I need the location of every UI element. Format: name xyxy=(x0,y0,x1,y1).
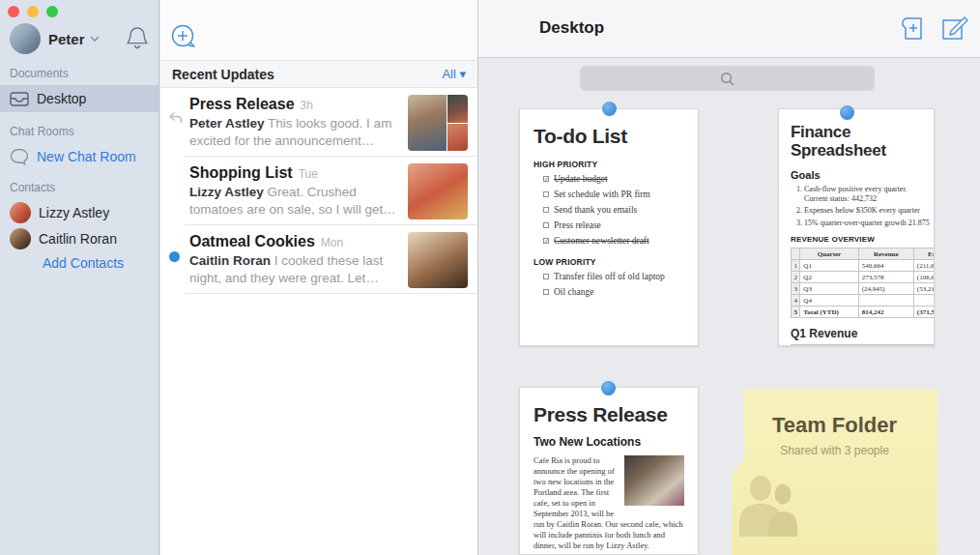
chat-rooms-section-label: Chat Rooms xyxy=(10,125,74,138)
update-time: Mon xyxy=(321,236,343,249)
page-title: Desktop xyxy=(539,18,604,38)
desktop-toolbar: Desktop xyxy=(478,0,980,58)
update-time: Tue xyxy=(299,167,318,181)
todo-item: Oil change xyxy=(543,287,684,297)
update-time: 3h xyxy=(301,99,313,112)
sidebar-contact-caitlin[interactable]: Caitlin Roran xyxy=(0,225,159,252)
low-priority-list: Transfer files off of old laptop Oil cha… xyxy=(533,272,684,297)
sidebar-item-label: New Chat Room xyxy=(37,149,136,164)
update-snippet: Lizzy Astley Great. Crushed tomatoes are… xyxy=(189,184,400,219)
todo-item: Press release xyxy=(543,220,684,230)
contact-name: Caitlin Roran xyxy=(39,231,117,247)
avatar xyxy=(10,23,41,54)
desktop-tray-icon xyxy=(10,92,29,106)
checkbox-icon xyxy=(543,191,549,197)
update-author: Lizzy Astley xyxy=(189,185,264,199)
checkbox-icon xyxy=(543,289,549,295)
doc-title: Finance Spreadsheet xyxy=(791,123,934,160)
press-subtitle: Two New Locations xyxy=(533,435,684,449)
todo-item: Transfer files off of old laptop xyxy=(543,272,684,281)
checkbox-icon xyxy=(543,274,549,279)
update-snippet: Peter Astley This looks good. I am excit… xyxy=(189,115,400,150)
update-item-press-release[interactable]: Press Release 3h Peter Astley This looks… xyxy=(160,88,477,156)
high-priority-label: HIGH PRIORITY xyxy=(533,160,684,169)
notifications-bell-icon[interactable] xyxy=(126,26,149,51)
chevron-down-icon xyxy=(90,36,100,43)
goals-list: Cash-flow positive every quarter. Curren… xyxy=(804,185,934,227)
user-name: Peter xyxy=(48,31,85,47)
search-input[interactable] xyxy=(580,66,875,91)
todo-item: ✓Customer newsletter draft xyxy=(543,236,684,246)
chat-bubble-icon xyxy=(10,148,29,165)
table-row-total: 5Total (YTD)814,242(371,510) xyxy=(792,307,936,318)
desktop-panel: Desktop To-do List HIGH PRIORITY ✓Update… xyxy=(478,0,980,555)
sidebar: Peter Documents Desktop Chat Rooms New C… xyxy=(0,0,159,555)
update-author: Peter Astley xyxy=(189,116,265,131)
update-item-oatmeal-cookies[interactable]: Oatmeal Cookies Mon Caitlin Roran I cook… xyxy=(160,225,477,293)
user-menu[interactable]: Peter xyxy=(10,21,149,56)
doc-title: To-do List xyxy=(533,125,684,148)
zoom-window-button[interactable] xyxy=(46,6,58,17)
updates-header-title: Recent Updates xyxy=(172,67,274,82)
sidebar-item-desktop[interactable]: Desktop xyxy=(0,85,159,112)
table-row: 4Q4 xyxy=(792,295,936,307)
folder-shared-label: Shared with 3 people xyxy=(732,444,937,457)
document-press-release[interactable]: Press Release Two New Locations Cafe Ria… xyxy=(519,387,699,555)
table-row: 1Q1540,664(211,660) xyxy=(792,260,936,272)
high-priority-list: ✓Update budget Set schedule with PR firm… xyxy=(533,174,684,246)
checkbox-checked-icon: ✓ xyxy=(543,176,549,182)
sidebar-item-label: Desktop xyxy=(37,91,86,106)
avatar xyxy=(10,228,31,249)
new-folder-button[interactable] xyxy=(898,15,924,42)
team-folder[interactable]: Team Folder Shared with 3 people xyxy=(732,390,937,555)
revenue-table: Quarter Revenue Expenses 1Q1540,664(211,… xyxy=(791,248,935,318)
divider xyxy=(185,293,477,294)
documents-section-label: Documents xyxy=(10,67,69,80)
update-item-shopping-list[interactable]: Shopping List Tue Lizzy Astley Great. Cr… xyxy=(160,157,477,224)
cafe-photo xyxy=(624,455,684,506)
todo-item: Send thank you emails xyxy=(543,205,684,215)
press-body: Cafe Ria is proud to announce the openin… xyxy=(533,455,684,555)
todo-item: Set schedule with PR firm xyxy=(543,190,684,199)
sidebar-item-new-chat-room[interactable]: New Chat Room xyxy=(0,143,159,170)
pin-dot-finance xyxy=(840,105,854,120)
updates-toolbar xyxy=(160,0,477,60)
document-finance-spreadsheet[interactable]: Finance Spreadsheet Goals Cash-flow posi… xyxy=(778,108,935,346)
contacts-section-label: Contacts xyxy=(10,181,55,194)
new-document-bubble-button[interactable] xyxy=(170,24,197,50)
goals-label: Goals xyxy=(791,169,934,181)
avatar-collage xyxy=(408,95,468,151)
people-icon xyxy=(732,475,937,537)
avatar xyxy=(10,202,31,223)
unread-dot xyxy=(169,251,180,262)
pin-dot-todo xyxy=(602,102,617,116)
update-title: Press Release xyxy=(189,96,295,113)
checkbox-icon xyxy=(543,222,549,228)
update-title: Shopping List xyxy=(189,164,293,182)
add-contacts-link[interactable]: Add Contacts xyxy=(43,255,124,271)
minimize-window-button[interactable] xyxy=(27,6,39,17)
avatar xyxy=(408,232,468,288)
low-priority-label: LOW PRIORITY xyxy=(533,257,684,267)
todo-item: ✓Update budget xyxy=(543,174,684,184)
compose-button[interactable] xyxy=(941,15,968,42)
checkbox-checked-icon: ✓ xyxy=(543,238,549,244)
q1-revenue-label: Q1 Revenue xyxy=(791,327,934,340)
close-window-button[interactable] xyxy=(8,6,19,17)
search-icon xyxy=(720,72,735,86)
contact-name: Lizzy Astley xyxy=(39,205,109,220)
folder-title: Team Folder xyxy=(732,413,937,438)
update-snippet: Caitlin Roran I cooked these last night,… xyxy=(189,252,400,287)
sidebar-contact-lizzy[interactable]: Lizzy Astley xyxy=(0,199,159,226)
pin-dot-press xyxy=(601,381,616,395)
reply-arrow-icon xyxy=(168,111,183,125)
table-row: 2Q2273,578(106,639) xyxy=(792,272,936,283)
update-author: Caitlin Roran xyxy=(189,253,271,268)
document-todo-list[interactable]: To-do List HIGH PRIORITY ✓Update budget … xyxy=(519,108,699,346)
updates-header: Recent Updates All ▾ xyxy=(160,60,477,88)
q1-revenue-table: Store Revenue Salaries xyxy=(791,344,935,346)
update-title: Oatmeal Cookies xyxy=(189,233,315,250)
updates-filter-dropdown[interactable]: All ▾ xyxy=(442,67,466,81)
recent-updates-panel: Recent Updates All ▾ Press Release 3h Pe… xyxy=(160,0,478,555)
table-row: 3Q3(24,945)(53,211) xyxy=(792,283,936,295)
